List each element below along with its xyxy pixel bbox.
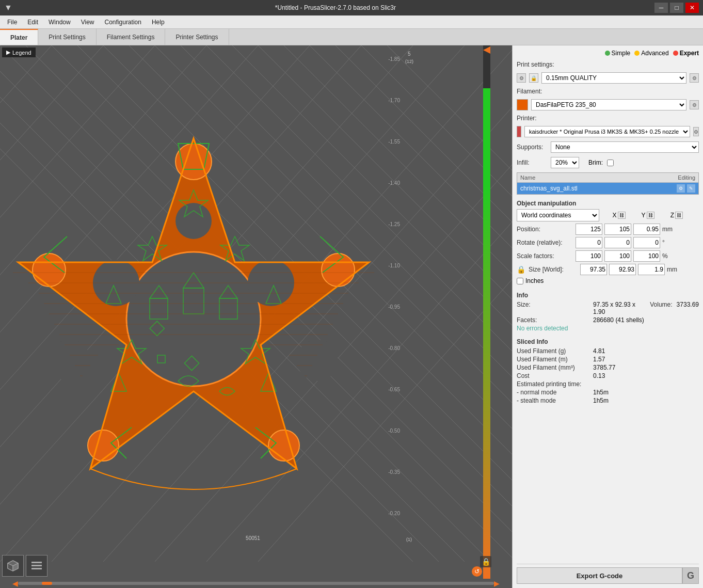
object-list-item[interactable]: christmas_svg_all.stl ⚙ ✎ — [517, 183, 698, 194]
minimize-button[interactable]: ─ — [654, 3, 668, 13]
size-lock-icon[interactable]: 🔒 — [517, 265, 525, 274]
layers-view-icon[interactable] — [26, 555, 47, 577]
tab-plater[interactable]: Plater — [0, 29, 38, 45]
tab-printer-settings[interactable]: Printer Settings — [165, 29, 229, 45]
position-z-input[interactable] — [633, 224, 660, 235]
y-lock-btn[interactable]: ⛓ — [647, 212, 654, 219]
rotate-x-input[interactable] — [576, 237, 602, 248]
export-gcode-button[interactable]: Export G-code — [517, 567, 682, 584]
print-config-icon[interactable]: ⚙ — [690, 73, 699, 83]
advanced-mode-button[interactable]: Advanced — [634, 50, 668, 57]
svg-line-31 — [0, 45, 413, 562]
infill-label: Infill: — [517, 159, 548, 166]
filament-color-swatch[interactable] — [517, 99, 528, 110]
print-settings-icon[interactable]: ⚙ — [517, 73, 526, 83]
svg-line-3 — [0, 45, 465, 562]
print-settings-row: Print settings: — [517, 61, 699, 68]
z-lock-btn[interactable]: ⛓ — [675, 212, 683, 219]
layer-progress-bar[interactable] — [483, 45, 490, 579]
info-facets-value: 286680 (41 shells) — [593, 316, 644, 324]
horizontal-scrollbar[interactable]: ◀ ▶ — [0, 579, 512, 588]
x-lock-btn[interactable]: ⛓ — [618, 212, 626, 219]
svg-text:-0.35: -0.35 — [388, 469, 400, 475]
svg-line-8 — [77, 45, 512, 562]
scrollbar-thumb[interactable] — [42, 582, 52, 585]
grid-overlay: -1.85 -1.70 -1.55 -1.40 -1.25 -1.10 -0.9… — [0, 45, 512, 588]
menu-view[interactable]: View — [76, 17, 100, 27]
svg-marker-60 — [183, 273, 204, 288]
svg-text:-1.40: -1.40 — [388, 180, 400, 186]
menu-configuration[interactable]: Configuration — [100, 17, 147, 27]
infill-select[interactable]: 20% — [551, 157, 579, 168]
menu-help[interactable]: Help — [147, 17, 170, 27]
rotate-z-input[interactable] — [633, 237, 660, 248]
filament-g-label: Used Filament (g) — [517, 347, 589, 355]
scale-z-input[interactable] — [633, 250, 660, 262]
lock-icon[interactable]: 🔒 — [480, 556, 491, 567]
scale-x-input[interactable] — [576, 250, 602, 262]
simple-mode-button[interactable]: Simple — [605, 50, 631, 57]
size-z-input[interactable] — [638, 264, 665, 275]
svg-point-50 — [297, 340, 338, 381]
inches-checkbox[interactable] — [517, 278, 523, 284]
info-volume-label: Volume: — [650, 301, 672, 315]
svg-marker-53 — [220, 236, 249, 261]
svg-rect-54 — [150, 321, 164, 336]
gcode-icon[interactable]: G — [682, 567, 699, 584]
size-y-input[interactable] — [609, 264, 636, 275]
normal-mode-label: - normal mode — [517, 389, 589, 396]
scroll-right-arrow[interactable]: ▶ — [494, 579, 500, 587]
position-label: Position: — [517, 226, 573, 233]
close-button[interactable]: ✕ — [685, 3, 699, 13]
svg-marker-52 — [138, 236, 167, 261]
svg-text:-0.20: -0.20 — [388, 511, 400, 516]
printer-label: Printer: — [517, 115, 548, 122]
svg-text:-1.85: -1.85 — [388, 56, 400, 62]
legend-toggle[interactable]: ▶ Legend — [2, 47, 36, 57]
object-manipulation: Object manipulation World coordinates X … — [517, 200, 699, 287]
object-edit-icon[interactable]: ⚙ — [677, 184, 685, 193]
rotate-y-input[interactable] — [604, 237, 631, 248]
rotate-button[interactable]: ↺ — [472, 566, 482, 577]
printer-select[interactable]: kaisdrucker * Original Prusa i3 MK3S & M… — [524, 126, 690, 137]
menu-file[interactable]: File — [2, 17, 22, 27]
filament-m-label: Used Filament (m) — [517, 356, 589, 363]
supports-select[interactable]: None — [551, 141, 699, 153]
printer-config-icon[interactable]: ⚙ — [693, 127, 699, 136]
svg-text:-1.10: -1.10 — [388, 263, 400, 268]
filament-config-icon[interactable]: ⚙ — [690, 100, 699, 109]
app-menu-icon[interactable]: ▼ — [4, 3, 12, 12]
size-x-input[interactable] — [580, 264, 607, 275]
cost-value: 0.13 — [593, 372, 605, 379]
coord-system-select[interactable]: World coordinates — [517, 209, 599, 221]
cost-row: Cost 0.13 — [517, 372, 699, 379]
coord-system-row: World coordinates X ⛓ Y ⛓ Z ⛓ — [517, 209, 699, 221]
object-more-icon[interactable]: ✎ — [687, 184, 695, 193]
filament-select[interactable]: DasFilaPETG 235_80 — [531, 99, 686, 110]
simple-label: Simple — [612, 50, 631, 57]
scrollbar-track[interactable] — [18, 582, 494, 585]
cube-view-icon[interactable] — [2, 555, 24, 577]
printer-color-swatch[interactable] — [517, 126, 521, 137]
scroll-left-arrow[interactable]: ◀ — [12, 579, 18, 587]
tab-print-settings[interactable]: Print Settings — [38, 29, 96, 45]
tab-filament-settings[interactable]: Filament Settings — [97, 29, 166, 45]
svg-marker-64 — [150, 285, 168, 298]
svg-rect-55 — [157, 355, 165, 363]
svg-text:-0.95: -0.95 — [388, 304, 400, 310]
svg-marker-67 — [111, 373, 126, 391]
brim-checkbox[interactable] — [607, 160, 614, 166]
print-profile-select[interactable]: 0.15mm QUALITY — [541, 72, 686, 84]
print-lock-icon[interactable]: 🔒 — [529, 73, 538, 83]
scale-y-input[interactable] — [604, 250, 631, 262]
svg-line-26 — [0, 45, 155, 562]
menu-window[interactable]: Window — [43, 17, 76, 27]
expert-mode-button[interactable]: Expert — [673, 50, 699, 57]
maximize-button[interactable]: □ — [670, 3, 683, 13]
viewport[interactable]: -1.85 -1.70 -1.55 -1.40 -1.25 -1.10 -0.9… — [0, 45, 512, 588]
position-y-input[interactable] — [604, 224, 631, 235]
info-title: Info — [517, 292, 699, 299]
rotate-label: Rotate (relative): — [517, 239, 573, 246]
menu-edit[interactable]: Edit — [22, 17, 43, 27]
position-x-input[interactable] — [576, 224, 602, 235]
